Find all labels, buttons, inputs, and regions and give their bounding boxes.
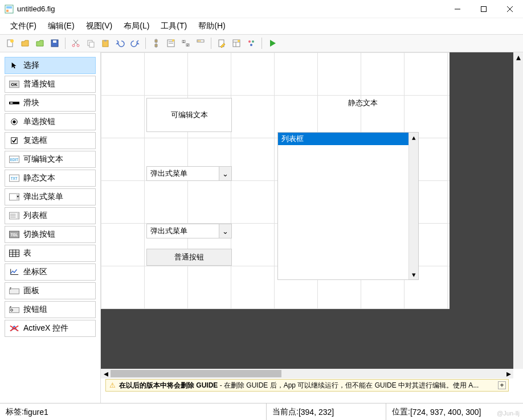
run-icon[interactable] [265, 36, 279, 50]
svg-text:TXT: TXT [11, 176, 18, 180]
palette-item-label: 单选按钮 [23, 117, 55, 127]
svg-rect-2 [6, 10, 9, 12]
svg-point-11 [72, 44, 75, 47]
listbox-control[interactable]: 列表框 ▴ ▾ [277, 132, 419, 280]
paste-icon[interactable] [99, 36, 112, 50]
main-area: 选择OK普通按钮滑块单选按钮复选框EDIT可编辑文本TXT静态文本弹出式菜单列表… [0, 52, 523, 403]
palette-item-label: 弹出式菜单 [23, 192, 63, 202]
table-icon [9, 249, 20, 257]
open-icon[interactable] [18, 36, 32, 50]
window-title: untitled6.fig [17, 5, 444, 13]
scroll-left-icon[interactable]: ◂ [101, 369, 111, 378]
toggle-icon: TGL [9, 230, 20, 238]
menu-editor-icon[interactable] [164, 36, 178, 50]
palette-item-label: 切换按钮 [23, 229, 55, 240]
align-icon[interactable] [149, 36, 163, 50]
vertical-scrollbar[interactable]: ▴ [513, 52, 523, 369]
popup-menu-1[interactable]: 弹出式菜单⌄ [146, 166, 232, 181]
palette-item-ok[interactable]: OK普通按钮 [5, 76, 96, 93]
object-browser-icon[interactable] [244, 36, 258, 50]
palette-item-popup[interactable]: 弹出式菜单 [5, 188, 96, 205]
palette-item-axes[interactable]: 坐标区 [5, 263, 96, 281]
property-inspector-icon[interactable] [230, 36, 243, 50]
svg-point-8 [10, 39, 14, 43]
component-palette: 选择OK普通按钮滑块单选按钮复选框EDIT可编辑文本TXT静态文本弹出式菜单列表… [0, 52, 100, 403]
scrollbar-thumb[interactable] [111, 370, 281, 377]
palette-item-label: 滑块 [23, 98, 39, 108]
toolbar: 12 [0, 34, 523, 52]
palette-item-checkbox[interactable]: 复选框 [5, 132, 96, 149]
redo-icon[interactable] [128, 36, 142, 50]
push-button-control[interactable]: 普通按钮 [146, 249, 232, 266]
menu-help[interactable]: 帮助(H) [193, 19, 231, 34]
edit-icon: EDIT [9, 155, 20, 163]
chevron-down-icon: ⌄ [219, 224, 231, 238]
toolbar-editor-icon[interactable] [194, 36, 207, 50]
editor-icon[interactable] [215, 36, 228, 50]
static-text-control[interactable]: 静态文本 [306, 98, 420, 108]
menu-file[interactable]: 文件(F) [5, 19, 42, 34]
menu-view[interactable]: 视图(V) [80, 19, 119, 34]
txt-icon: TXT [9, 174, 20, 182]
listbox-scrollbar[interactable]: ▴ ▾ [408, 133, 418, 279]
svg-text:TGL: TGL [11, 233, 18, 237]
minimize-button[interactable] [444, 0, 471, 18]
palette-item-label: 可编辑文本 [23, 154, 63, 164]
scroll-up-icon[interactable]: ▴ [409, 133, 418, 142]
maximize-button[interactable] [471, 0, 497, 18]
cut-icon[interactable] [69, 36, 83, 50]
palette-item-label: ActiveX 控件 [23, 323, 68, 333]
popup-menu-2[interactable]: 弹出式菜单⌄ [146, 224, 232, 238]
scroll-right-icon[interactable]: ▸ [504, 369, 513, 378]
status-current-point: 当前点: [394, 232] [267, 403, 386, 420]
design-surface[interactable]: 可编辑文本 静态文本 弹出式菜单⌄ 弹出式菜单⌄ 普通按钮 列表框 ▴ ▾ [101, 52, 450, 308]
svg-line-13 [74, 40, 78, 44]
close-button[interactable] [497, 0, 523, 18]
palette-item-listbox[interactable]: 列表框 [5, 207, 96, 224]
activex-icon [9, 324, 20, 332]
svg-point-38 [248, 40, 251, 43]
edit-text-control[interactable]: 可编辑文本 [146, 98, 232, 132]
palette-item-cursor[interactable]: 选择 [5, 57, 96, 74]
svg-text:1: 1 [183, 40, 185, 43]
menu-edit[interactable]: 编辑(E) [42, 19, 80, 34]
palette-item-toggle[interactable]: TGL切换按钮 [5, 226, 96, 243]
ok-icon: OK [9, 80, 20, 88]
tab-order-icon[interactable]: 12 [179, 36, 193, 50]
svg-line-14 [73, 40, 77, 44]
expand-notice-button[interactable]: + [498, 381, 506, 389]
copy-icon[interactable] [84, 36, 97, 50]
scroll-up-icon[interactable]: ▴ [513, 52, 523, 62]
save-icon[interactable] [48, 36, 62, 50]
menu-tools[interactable]: 工具(T) [155, 19, 193, 34]
svg-rect-16 [89, 42, 94, 47]
svg-rect-10 [53, 40, 56, 43]
svg-rect-44 [10, 102, 13, 104]
horizontal-scrollbar[interactable]: ◂ ▸ [101, 369, 513, 378]
menu-layout[interactable]: 布局(L) [118, 19, 155, 34]
axes-icon [9, 268, 20, 276]
palette-item-table[interactable]: 表 [5, 245, 96, 262]
canvas-wrap: 可编辑文本 静态文本 弹出式菜单⌄ 弹出式菜单⌄ 普通按钮 列表框 ▴ ▾ ▴ … [100, 52, 523, 403]
palette-item-edit[interactable]: EDIT可编辑文本 [5, 151, 96, 168]
palette-item-slider[interactable]: 滑块 [5, 94, 96, 112]
palette-item-radio[interactable]: 单选按钮 [5, 113, 96, 130]
palette-item-activex[interactable]: ActiveX 控件 [5, 320, 96, 337]
svg-rect-18 [104, 40, 107, 42]
svg-point-39 [252, 40, 254, 43]
svg-rect-32 [199, 40, 201, 42]
palette-item-btngroup[interactable]: T按钮组 [5, 301, 96, 318]
palette-item-label: 选择 [23, 60, 39, 71]
svg-point-40 [250, 44, 252, 46]
undo-icon[interactable] [113, 36, 127, 50]
listbox-icon [9, 212, 20, 220]
radio-icon [9, 118, 20, 126]
listbox-item-selected[interactable]: 列表框 [278, 133, 418, 145]
palette-item-txt[interactable]: TXT静态文本 [5, 170, 96, 187]
open-recent-icon[interactable] [33, 36, 47, 50]
palette-item-panel[interactable]: T面板 [5, 282, 96, 299]
scroll-down-icon[interactable]: ▾ [409, 270, 418, 279]
new-icon[interactable] [3, 36, 17, 50]
canvas-viewport[interactable]: 可编辑文本 静态文本 弹出式菜单⌄ 弹出式菜单⌄ 普通按钮 列表框 ▴ ▾ [101, 52, 513, 369]
svg-point-12 [77, 44, 79, 47]
